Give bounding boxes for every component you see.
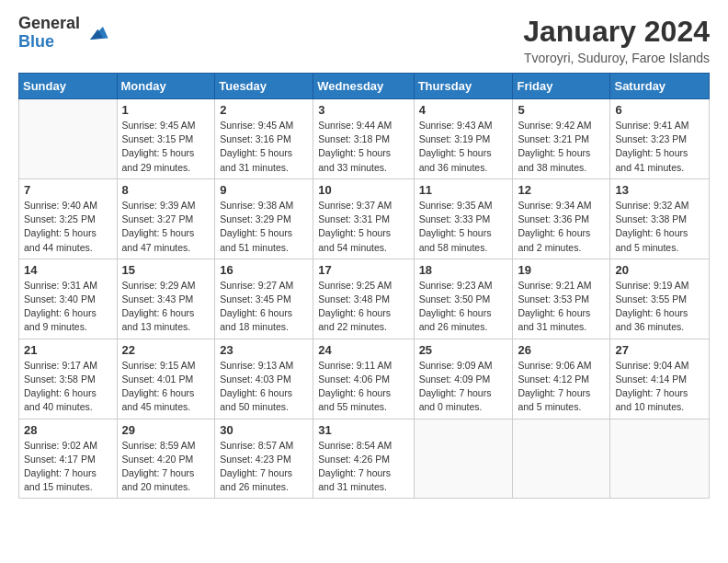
calendar-cell: 5Sunrise: 9:42 AM Sunset: 3:21 PM Daylig…	[513, 99, 610, 179]
day-number: 8	[122, 183, 210, 197]
calendar-cell: 22Sunrise: 9:15 AM Sunset: 4:01 PM Dayli…	[117, 339, 215, 419]
day-number: 19	[518, 263, 605, 277]
day-info: Sunrise: 9:35 AM Sunset: 3:33 PM Dayligh…	[419, 199, 508, 255]
day-info: Sunrise: 9:40 AM Sunset: 3:25 PM Dayligh…	[24, 199, 112, 255]
day-number: 14	[24, 263, 112, 277]
calendar-cell: 14Sunrise: 9:31 AM Sunset: 3:40 PM Dayli…	[19, 259, 118, 339]
header-friday: Friday	[513, 74, 610, 99]
calendar-cell	[610, 419, 710, 499]
day-number: 4	[419, 103, 508, 117]
header-sunday: Sunday	[19, 74, 118, 99]
calendar-cell: 3Sunrise: 9:44 AM Sunset: 3:18 PM Daylig…	[313, 99, 414, 179]
day-number: 18	[419, 263, 508, 277]
day-info: Sunrise: 9:19 AM Sunset: 3:55 PM Dayligh…	[615, 279, 704, 335]
day-number: 28	[24, 423, 112, 437]
day-info: Sunrise: 9:02 AM Sunset: 4:17 PM Dayligh…	[24, 439, 112, 495]
logo-general: General	[18, 15, 80, 33]
calendar-cell: 11Sunrise: 9:35 AM Sunset: 3:33 PM Dayli…	[414, 178, 513, 259]
calendar-cell: 25Sunrise: 9:09 AM Sunset: 4:09 PM Dayli…	[414, 339, 513, 419]
day-number: 27	[615, 343, 704, 357]
day-number: 5	[518, 103, 605, 117]
header-monday: Monday	[117, 74, 215, 99]
month-title: January 2024	[523, 15, 710, 49]
day-number: 29	[122, 423, 210, 437]
day-number: 2	[220, 103, 308, 117]
day-info: Sunrise: 9:37 AM Sunset: 3:31 PM Dayligh…	[318, 199, 408, 255]
day-number: 31	[318, 423, 408, 437]
day-info: Sunrise: 9:11 AM Sunset: 4:06 PM Dayligh…	[318, 359, 408, 415]
day-number: 1	[122, 103, 210, 117]
day-info: Sunrise: 9:13 AM Sunset: 4:03 PM Dayligh…	[220, 359, 308, 415]
day-info: Sunrise: 9:39 AM Sunset: 3:27 PM Dayligh…	[122, 199, 210, 255]
calendar-cell: 24Sunrise: 9:11 AM Sunset: 4:06 PM Dayli…	[313, 339, 414, 419]
day-number: 30	[220, 423, 308, 437]
day-info: Sunrise: 9:15 AM Sunset: 4:01 PM Dayligh…	[122, 359, 210, 415]
day-info: Sunrise: 9:42 AM Sunset: 3:21 PM Dayligh…	[518, 119, 605, 175]
calendar-cell: 28Sunrise: 9:02 AM Sunset: 4:17 PM Dayli…	[19, 419, 118, 499]
day-info: Sunrise: 9:09 AM Sunset: 4:09 PM Dayligh…	[419, 359, 508, 415]
calendar-cell: 18Sunrise: 9:23 AM Sunset: 3:50 PM Dayli…	[414, 259, 513, 339]
day-info: Sunrise: 9:25 AM Sunset: 3:48 PM Dayligh…	[318, 279, 408, 335]
page-header: General Blue January 2024 Tvoroyri, Sudu…	[18, 15, 710, 65]
day-number: 16	[220, 263, 308, 277]
day-info: Sunrise: 9:21 AM Sunset: 3:53 PM Dayligh…	[518, 279, 605, 335]
calendar-cell: 12Sunrise: 9:34 AM Sunset: 3:36 PM Dayli…	[513, 178, 610, 259]
day-number: 15	[122, 263, 210, 277]
day-info: Sunrise: 9:27 AM Sunset: 3:45 PM Dayligh…	[220, 279, 308, 335]
day-number: 7	[24, 183, 112, 197]
calendar-cell: 21Sunrise: 9:17 AM Sunset: 3:58 PM Dayli…	[19, 339, 118, 419]
day-number: 25	[419, 343, 508, 357]
calendar-cell: 16Sunrise: 9:27 AM Sunset: 3:45 PM Dayli…	[215, 259, 313, 339]
day-info: Sunrise: 9:43 AM Sunset: 3:19 PM Dayligh…	[419, 119, 508, 175]
calendar-cell	[19, 99, 118, 179]
day-info: Sunrise: 9:31 AM Sunset: 3:40 PM Dayligh…	[24, 279, 112, 335]
location-subtitle: Tvoroyri, Suduroy, Faroe Islands	[523, 51, 710, 65]
title-block: January 2024 Tvoroyri, Suduroy, Faroe Is…	[523, 15, 710, 65]
day-info: Sunrise: 9:29 AM Sunset: 3:43 PM Dayligh…	[122, 279, 210, 335]
calendar-cell: 9Sunrise: 9:38 AM Sunset: 3:29 PM Daylig…	[215, 178, 313, 259]
day-info: Sunrise: 9:32 AM Sunset: 3:38 PM Dayligh…	[615, 199, 704, 255]
logo-blue: Blue	[18, 33, 80, 52]
header-thursday: Thursday	[414, 74, 513, 99]
calendar-cell	[414, 419, 513, 499]
calendar-cell: 23Sunrise: 9:13 AM Sunset: 4:03 PM Dayli…	[215, 339, 313, 419]
calendar-cell: 31Sunrise: 8:54 AM Sunset: 4:26 PM Dayli…	[313, 419, 414, 499]
calendar-cell: 20Sunrise: 9:19 AM Sunset: 3:55 PM Dayli…	[610, 259, 710, 339]
calendar-week-row: 7Sunrise: 9:40 AM Sunset: 3:25 PM Daylig…	[19, 178, 710, 259]
day-number: 17	[318, 263, 408, 277]
calendar-week-row: 1Sunrise: 9:45 AM Sunset: 3:15 PM Daylig…	[19, 99, 710, 179]
day-number: 23	[220, 343, 308, 357]
day-info: Sunrise: 8:54 AM Sunset: 4:26 PM Dayligh…	[318, 439, 408, 495]
day-info: Sunrise: 9:23 AM Sunset: 3:50 PM Dayligh…	[419, 279, 508, 335]
day-info: Sunrise: 9:41 AM Sunset: 3:23 PM Dayligh…	[615, 119, 704, 175]
calendar-table: SundayMondayTuesdayWednesdayThursdayFrid…	[18, 73, 710, 499]
calendar-cell: 19Sunrise: 9:21 AM Sunset: 3:53 PM Dayli…	[513, 259, 610, 339]
calendar-header-row: SundayMondayTuesdayWednesdayThursdayFrid…	[19, 74, 710, 99]
day-number: 10	[318, 183, 408, 197]
calendar-cell: 7Sunrise: 9:40 AM Sunset: 3:25 PM Daylig…	[19, 178, 118, 259]
day-number: 11	[419, 183, 508, 197]
day-number: 9	[220, 183, 308, 197]
day-number: 26	[518, 343, 605, 357]
logo-icon	[84, 20, 109, 46]
day-number: 6	[615, 103, 704, 117]
header-wednesday: Wednesday	[313, 74, 414, 99]
calendar-cell: 13Sunrise: 9:32 AM Sunset: 3:38 PM Dayli…	[610, 178, 710, 259]
day-number: 12	[518, 183, 605, 197]
day-info: Sunrise: 8:57 AM Sunset: 4:23 PM Dayligh…	[220, 439, 308, 495]
calendar-cell: 8Sunrise: 9:39 AM Sunset: 3:27 PM Daylig…	[117, 178, 215, 259]
day-number: 20	[615, 263, 704, 277]
day-info: Sunrise: 8:59 AM Sunset: 4:20 PM Dayligh…	[122, 439, 210, 495]
day-number: 13	[615, 183, 704, 197]
day-info: Sunrise: 9:38 AM Sunset: 3:29 PM Dayligh…	[220, 199, 308, 255]
calendar-cell: 15Sunrise: 9:29 AM Sunset: 3:43 PM Dayli…	[117, 259, 215, 339]
day-info: Sunrise: 9:45 AM Sunset: 3:16 PM Dayligh…	[220, 119, 308, 175]
day-number: 24	[318, 343, 408, 357]
calendar-week-row: 14Sunrise: 9:31 AM Sunset: 3:40 PM Dayli…	[19, 259, 710, 339]
logo: General Blue	[18, 15, 109, 52]
calendar-cell: 26Sunrise: 9:06 AM Sunset: 4:12 PM Dayli…	[513, 339, 610, 419]
day-number: 3	[318, 103, 408, 117]
day-info: Sunrise: 9:04 AM Sunset: 4:14 PM Dayligh…	[615, 359, 704, 415]
calendar-cell: 1Sunrise: 9:45 AM Sunset: 3:15 PM Daylig…	[117, 99, 215, 179]
calendar-cell: 27Sunrise: 9:04 AM Sunset: 4:14 PM Dayli…	[610, 339, 710, 419]
